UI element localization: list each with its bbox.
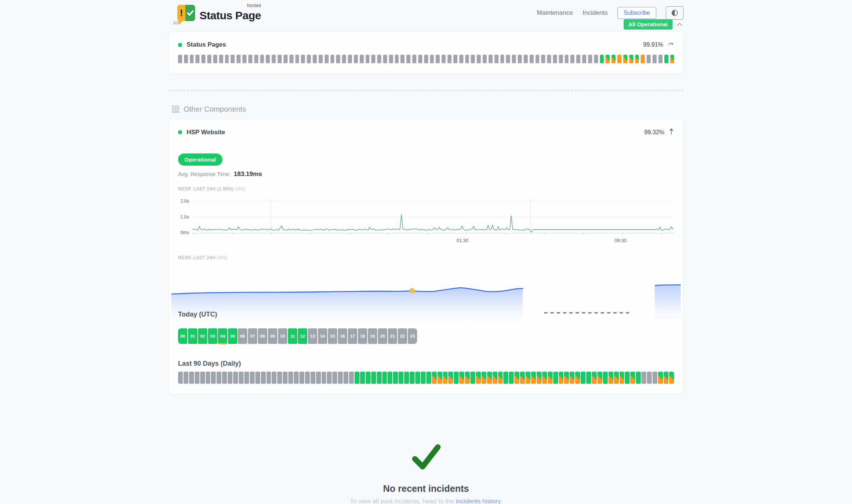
uptime-bar[interactable] — [307, 55, 311, 63]
uptime-bar[interactable] — [635, 55, 639, 63]
day-block[interactable] — [564, 372, 569, 384]
uptime-bar[interactable] — [606, 55, 610, 63]
day-block[interactable] — [669, 372, 674, 384]
hour-block[interactable]: 06 — [238, 328, 247, 344]
uptime-bar[interactable] — [225, 55, 229, 63]
day-block[interactable] — [410, 372, 415, 384]
incidents-history-link[interactable]: incidents history — [456, 498, 500, 504]
day-block[interactable] — [493, 372, 497, 384]
uptime-bar[interactable] — [477, 55, 481, 63]
day-block[interactable] — [526, 372, 530, 384]
day-block[interactable] — [277, 372, 282, 384]
day-block[interactable] — [476, 372, 481, 384]
uptime-bar[interactable] — [278, 55, 282, 63]
hour-block[interactable]: 10 — [278, 328, 287, 344]
uptime-bar[interactable] — [219, 55, 223, 63]
day-block[interactable] — [597, 372, 602, 384]
day-block[interactable] — [437, 372, 442, 384]
day-block[interactable] — [630, 372, 635, 384]
uptime-bar[interactable] — [512, 55, 516, 63]
day-block[interactable] — [299, 372, 304, 384]
day-block[interactable] — [189, 372, 194, 384]
uptime-bar[interactable] — [178, 55, 182, 63]
uptime-bar[interactable] — [494, 55, 499, 63]
hour-block[interactable]: 04 — [218, 328, 227, 344]
uptime-bar[interactable] — [430, 55, 434, 63]
day-block[interactable] — [184, 372, 188, 384]
uptime-bar[interactable] — [331, 55, 335, 63]
uptime-bar[interactable] — [260, 55, 264, 63]
uptime-bar[interactable] — [395, 55, 399, 63]
uptime-bar[interactable] — [377, 55, 381, 63]
day-block[interactable] — [503, 372, 508, 384]
day-block[interactable] — [653, 372, 657, 384]
uptime-bar[interactable] — [418, 55, 422, 63]
day-block[interactable] — [233, 372, 238, 384]
uptime-bar[interactable] — [201, 55, 205, 63]
uptime-bar[interactable] — [658, 55, 663, 63]
uptime-bar[interactable] — [424, 55, 428, 63]
hour-block[interactable]: 22 — [398, 328, 407, 344]
uptime-bar[interactable] — [465, 55, 469, 63]
day-block[interactable] — [322, 372, 326, 384]
uptime-bar[interactable] — [653, 55, 657, 63]
uptime-bar[interactable] — [489, 55, 493, 63]
day-block[interactable] — [404, 372, 409, 384]
uptime-bar[interactable] — [348, 55, 352, 63]
day-block[interactable] — [603, 372, 608, 384]
theme-toggle-button[interactable] — [666, 6, 684, 20]
day-block[interactable] — [641, 372, 646, 384]
day-block[interactable] — [553, 372, 558, 384]
chevron-up-icon[interactable] — [675, 21, 684, 27]
uptime-bar[interactable] — [295, 55, 299, 63]
day-block[interactable] — [575, 372, 580, 384]
day-block[interactable] — [250, 372, 255, 384]
day-block[interactable] — [636, 372, 641, 384]
hour-block[interactable]: 14 — [318, 328, 327, 344]
day-block[interactable] — [261, 372, 266, 384]
uptime-bar[interactable] — [530, 55, 534, 63]
uptime-bar[interactable] — [611, 55, 615, 63]
uptime-bar[interactable] — [207, 55, 211, 63]
day-block[interactable] — [586, 372, 591, 384]
uptime-bar[interactable] — [447, 55, 452, 63]
hour-block[interactable]: 01 — [188, 328, 197, 344]
uptime-bar[interactable] — [266, 55, 270, 63]
uptime-bar[interactable] — [471, 55, 475, 63]
uptime-bar[interactable] — [371, 55, 375, 63]
hour-block[interactable]: 17 — [348, 328, 357, 344]
hour-block[interactable]: 12 — [298, 328, 307, 344]
uptime-bar[interactable] — [541, 55, 545, 63]
day-block[interactable] — [244, 372, 249, 384]
uptime-bar[interactable] — [641, 55, 645, 63]
day-block[interactable] — [421, 372, 426, 384]
uptime-bar[interactable] — [664, 55, 668, 63]
hour-block[interactable]: 07 — [248, 328, 257, 344]
hour-block[interactable]: 09 — [268, 328, 277, 344]
day-block[interactable] — [206, 372, 211, 384]
hour-block[interactable]: 19 — [368, 328, 377, 344]
day-block[interactable] — [537, 372, 541, 384]
day-block[interactable] — [332, 372, 337, 384]
day-block[interactable] — [178, 372, 183, 384]
day-block[interactable] — [349, 372, 354, 384]
day-block[interactable] — [366, 372, 370, 384]
day-block[interactable] — [272, 372, 276, 384]
subscribe-button[interactable]: Subscribe — [617, 7, 656, 19]
hour-block[interactable]: 02 — [198, 328, 207, 344]
uptime-bar[interactable] — [483, 55, 487, 63]
uptime-bar[interactable] — [442, 55, 446, 63]
uptime-bar[interactable] — [588, 55, 592, 63]
logo[interactable]: ! hosted Status Page — [177, 5, 261, 21]
uptime-bar[interactable] — [360, 55, 364, 63]
uptime-bar[interactable] — [336, 55, 340, 63]
day-block[interactable] — [465, 372, 470, 384]
day-block[interactable] — [211, 372, 216, 384]
hour-block[interactable]: 23 — [408, 328, 417, 344]
uptime-bar[interactable] — [242, 55, 246, 63]
day-block[interactable] — [658, 372, 663, 384]
uptime-bar[interactable] — [647, 55, 651, 63]
day-block[interactable] — [498, 372, 503, 384]
uptime-bar[interactable] — [570, 55, 574, 63]
uptime-bar[interactable] — [272, 55, 276, 63]
